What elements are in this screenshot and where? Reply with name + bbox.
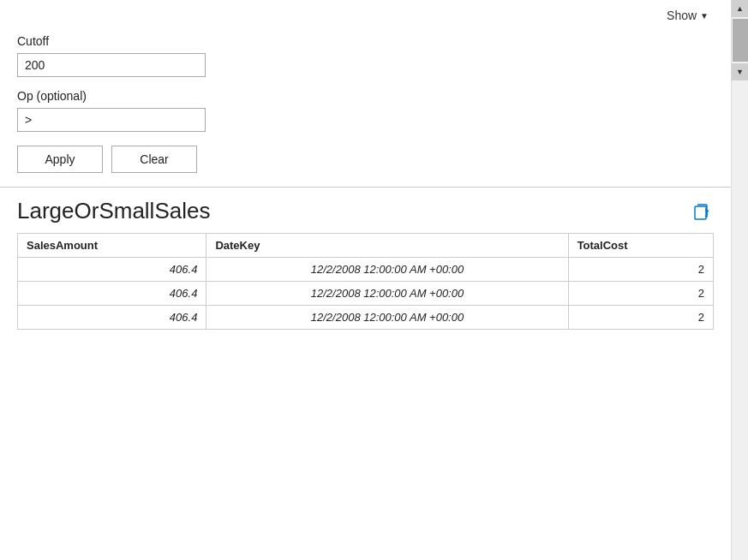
cutoff-group: Cutoff	[17, 34, 714, 77]
cutoff-input[interactable]	[17, 53, 206, 77]
table-row: 406.4 12/2/2008 12:00:00 AM +00:00 2	[18, 282, 714, 306]
table-row: 406.4 12/2/2008 12:00:00 AM +00:00 2	[18, 258, 714, 282]
scrollbar-thumb[interactable]	[733, 19, 748, 62]
filter-panel: Cutoff Op (optional) Apply Clear	[0, 26, 731, 173]
results-section: LargeOrSmallSales	[0, 198, 731, 330]
results-title: LargeOrSmallSales	[17, 198, 210, 224]
scroll-down-button[interactable]: ▼	[732, 63, 749, 80]
table-header-row: SalesAmount DateKey TotalCost	[18, 234, 714, 258]
col-header-total-cost: TotalCost	[568, 234, 713, 258]
col-header-date-key: DateKey	[206, 234, 568, 258]
results-header: LargeOrSmallSales	[17, 198, 714, 224]
cell-date-key-1: 12/2/2008 12:00:00 AM +00:00	[206, 282, 568, 306]
main-content: Show ▼ Cutoff Op (optional) Apply	[0, 0, 731, 560]
cell-sales-amount-2: 406.4	[18, 306, 206, 330]
show-label: Show	[667, 9, 697, 22]
data-table: SalesAmount DateKey TotalCost	[17, 233, 714, 330]
cell-total-cost-2: 2	[568, 306, 713, 330]
cutoff-label: Cutoff	[17, 34, 714, 48]
op-label: Op (optional)	[17, 89, 714, 103]
clear-button[interactable]: Clear	[111, 146, 197, 173]
show-button[interactable]: Show ▼	[667, 9, 709, 22]
top-header: Show ▼	[0, 0, 731, 26]
refresh-icon[interactable]	[690, 200, 714, 223]
content-area: Show ▼ Cutoff Op (optional) Apply	[0, 0, 748, 560]
cell-sales-amount-0: 406.4	[18, 258, 206, 282]
side-scrollbar: ▲ ▼	[731, 0, 748, 560]
scroll-up-button[interactable]: ▲	[732, 0, 749, 17]
show-dropdown-arrow: ▼	[700, 11, 709, 21]
table-wrapper: SalesAmount DateKey TotalCost	[17, 233, 714, 330]
table-row: 406.4 12/2/2008 12:00:00 AM +00:00 2	[18, 306, 714, 330]
cell-date-key-0: 12/2/2008 12:00:00 AM +00:00	[206, 258, 568, 282]
section-divider	[0, 187, 731, 188]
cell-total-cost-0: 2	[568, 258, 713, 282]
button-row: Apply Clear	[17, 146, 714, 173]
op-input[interactable]	[17, 108, 206, 132]
cell-date-key-2: 12/2/2008 12:00:00 AM +00:00	[206, 306, 568, 330]
col-header-sales-amount: SalesAmount	[18, 234, 206, 258]
op-group: Op (optional)	[17, 89, 714, 132]
page: Show ▼ Cutoff Op (optional) Apply	[0, 0, 748, 560]
apply-button[interactable]: Apply	[17, 146, 103, 173]
svg-rect-0	[695, 206, 706, 219]
cell-sales-amount-1: 406.4	[18, 282, 206, 306]
cell-total-cost-1: 2	[568, 282, 713, 306]
